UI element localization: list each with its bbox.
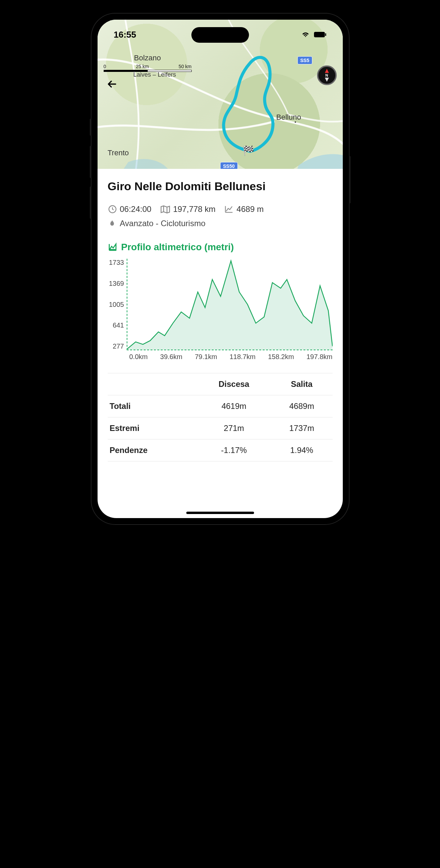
- chart-x-tick: 0.0km: [129, 353, 148, 361]
- table-row-label: Estremi: [108, 417, 197, 439]
- chart-x-tick: 118.7km: [230, 353, 256, 361]
- arrow-left-icon: [106, 78, 118, 90]
- flame-icon: [108, 219, 117, 228]
- chart-y-tick: 1369: [109, 280, 124, 288]
- chart-x-tick: 79.1km: [195, 353, 217, 361]
- table-row-label: Totali: [108, 395, 197, 417]
- compass-n-label: N: [326, 73, 328, 77]
- stat-duration: 06:24:00: [108, 204, 151, 214]
- status-time: 16:55: [114, 29, 137, 40]
- table-header-ascent: Salita: [271, 373, 333, 395]
- map-city-laives: Laives – Leifers: [133, 71, 176, 78]
- svg-rect-0: [314, 32, 325, 37]
- table-row: Pendenze-1.17%1.94%: [108, 439, 333, 461]
- table-row: Estremi271m1737m: [108, 417, 333, 439]
- home-indicator[interactable]: [186, 512, 254, 514]
- compass-needle-south-icon: [325, 78, 329, 82]
- screen: 16:55: [98, 20, 343, 518]
- elevation-chart[interactable]: 173313691005641277 0.0km39.6km79.1km118.…: [109, 259, 333, 361]
- stat-duration-value: 06:24:00: [120, 204, 151, 214]
- scale-tick: 50 km: [179, 64, 191, 69]
- route-title: Giro Nelle Dolomiti Bellunesi: [108, 180, 333, 193]
- side-button: [349, 156, 351, 203]
- table-row-ascent: 4689m: [271, 395, 333, 417]
- stat-ascent: 4689 m: [224, 204, 264, 214]
- table-row-descent: -1.17%: [197, 439, 271, 461]
- table-header-descent: Discesa: [197, 373, 271, 395]
- stats-row: 06:24:00 197,778 km 4689 m: [108, 204, 333, 214]
- map-city-belluno: Belluno: [276, 113, 301, 122]
- table-row-ascent: 1.94%: [271, 439, 333, 461]
- table-row-descent: 4619m: [197, 395, 271, 417]
- back-button[interactable]: [105, 77, 119, 91]
- compass-needle-north-icon: [325, 69, 329, 73]
- level-value: Avanzato - Cicloturismo: [120, 219, 206, 228]
- map-city-trento: Trento: [108, 149, 129, 157]
- table-row-ascent: 1737m: [271, 417, 333, 439]
- map-icon: [160, 204, 170, 214]
- side-button: [90, 186, 91, 219]
- table-row: Totali4619m4689m: [108, 395, 333, 417]
- chart-y-tick: 1005: [109, 301, 124, 309]
- table-header-empty: [108, 373, 197, 395]
- side-button: [90, 119, 91, 136]
- chart-x-tick: 39.6km: [160, 353, 183, 361]
- dynamic-island: [191, 27, 249, 43]
- scale-tick: 25 km: [136, 64, 149, 69]
- wifi-icon: [301, 29, 310, 40]
- chart-y-tick: 277: [113, 342, 124, 350]
- elevation-section-title: Profilo altimetrico (metri): [121, 242, 234, 253]
- chart-plot-area: [127, 259, 333, 350]
- elevation-table: Discesa Salita Totali4619m4689mEstremi27…: [108, 373, 333, 461]
- map-city-dot: [295, 121, 296, 123]
- svg-rect-1: [325, 33, 326, 36]
- chart-y-tick: 641: [113, 321, 124, 329]
- road-badge-ss5: SS5: [297, 56, 312, 64]
- clock-icon: [108, 204, 117, 214]
- chart-y-axis: 173313691005641277: [109, 259, 127, 350]
- compass-button[interactable]: N: [317, 65, 337, 85]
- elevation-section-header: Profilo altimetrico (metri): [108, 242, 333, 253]
- road-badge-ss50: SS50: [220, 162, 238, 169]
- chart-x-axis: 0.0km39.6km79.1km118.7km158.2km197.8km: [109, 350, 333, 361]
- detail-panel: Giro Nelle Dolomiti Bellunesi 06:24:00 1…: [98, 169, 343, 475]
- trend-up-icon: [224, 204, 234, 214]
- phone-frame: 16:55: [91, 14, 349, 524]
- stat-distance-value: 197,778 km: [173, 204, 215, 214]
- table-row-label: Pendenze: [108, 439, 197, 461]
- stat-ascent-value: 4689 m: [236, 204, 264, 214]
- chart-x-tick: 197.8km: [307, 353, 333, 361]
- side-button: [90, 146, 91, 178]
- stat-distance: 197,778 km: [160, 204, 215, 214]
- table-row-descent: 271m: [197, 417, 271, 439]
- chart-area-icon: [108, 242, 118, 252]
- map-scale: 0 25 km 50 km: [104, 64, 192, 72]
- battery-icon: [314, 29, 327, 40]
- map-city-bolzano: Bolzano: [134, 54, 161, 62]
- level-row: Avanzato - Cicloturismo: [108, 219, 333, 228]
- chart-y-tick: 1733: [109, 259, 124, 267]
- scale-tick: 0: [104, 64, 106, 69]
- chart-x-tick: 158.2km: [268, 353, 294, 361]
- finish-flag-icon: 🏁: [243, 145, 254, 156]
